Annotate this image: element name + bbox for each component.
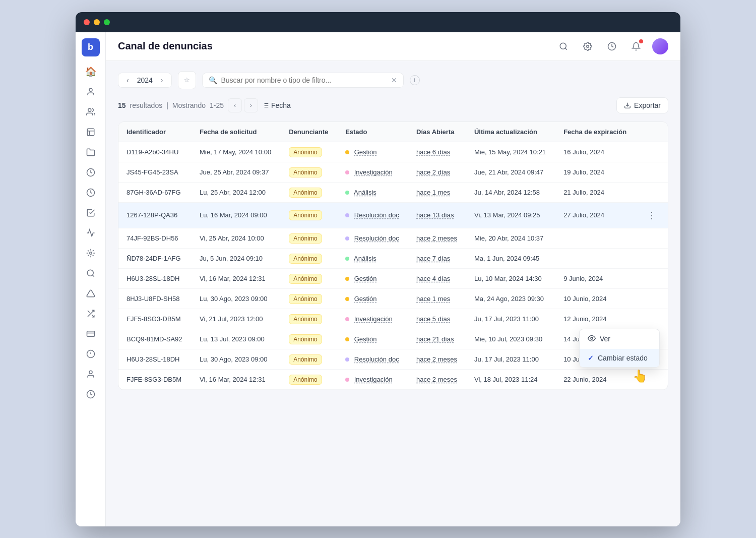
badge-anonimo: Anónimo bbox=[289, 354, 322, 365]
cell-denunciante: Anónimo bbox=[281, 228, 337, 248]
favorite-button[interactable]: ☆ bbox=[178, 71, 196, 89]
sidebar-item-users[interactable] bbox=[82, 103, 100, 121]
history-icon[interactable] bbox=[604, 38, 620, 54]
search-bar: 🔍 ✕ bbox=[202, 73, 404, 88]
cell-action bbox=[636, 268, 668, 288]
status-text: Gestión bbox=[354, 275, 377, 282]
sidebar-logo[interactable]: b bbox=[82, 38, 100, 56]
cell-fecha-solicitud: Lu, 13 Jul, 2023 09:00 bbox=[192, 329, 281, 349]
sidebar-item-warning[interactable] bbox=[82, 345, 100, 363]
cell-action bbox=[636, 309, 668, 329]
next-page-button[interactable]: › bbox=[244, 98, 258, 112]
cell-estado: Gestión bbox=[337, 329, 408, 349]
notifications-icon[interactable] bbox=[628, 38, 644, 54]
cell-denunciante: Anónimo bbox=[281, 329, 337, 349]
badge-anonimo: Anónimo bbox=[289, 210, 322, 220]
status-dot bbox=[345, 378, 349, 382]
sidebar-item-search[interactable] bbox=[82, 264, 100, 282]
table-header-row: Identificador Fecha de solicitud Denunci… bbox=[118, 122, 668, 142]
cell-id: H6U3-28SL-18DH bbox=[118, 349, 192, 369]
sidebar-item-sync[interactable] bbox=[82, 244, 100, 262]
cell-estado: Resolución doc bbox=[337, 202, 408, 228]
showing-label: Mostrando bbox=[172, 101, 206, 109]
search-icon[interactable] bbox=[555, 38, 572, 54]
sidebar-item-payment[interactable] bbox=[82, 325, 100, 343]
sidebar-item-history[interactable] bbox=[82, 385, 100, 403]
avatar[interactable] bbox=[652, 38, 668, 54]
status-dot bbox=[345, 357, 349, 362]
col-header-ultima-act: Última actualización bbox=[466, 122, 555, 142]
dias-text: hace 2 meses bbox=[416, 234, 457, 242]
close-dot[interactable] bbox=[84, 19, 90, 25]
cell-action: ⋮ bbox=[636, 202, 668, 228]
table-row[interactable]: JS45-FG45-23SA Jue, 25 Abr, 2024 09:37 A… bbox=[118, 162, 668, 182]
table-row[interactable]: 74JF-92BS-DH56 Vi, 25 Abr, 2024 10:00 An… bbox=[118, 228, 668, 248]
dias-text: hace 2 meses bbox=[416, 355, 457, 363]
page-title: Canal de denuncias bbox=[118, 40, 213, 52]
sidebar-item-triangle[interactable] bbox=[82, 284, 100, 303]
results-count: 15 bbox=[118, 101, 126, 109]
settings-icon[interactable] bbox=[580, 38, 596, 54]
cell-fecha-solicitud: Lu, 30 Ago, 2023 09:00 bbox=[192, 349, 281, 369]
sidebar-item-chart[interactable] bbox=[82, 224, 100, 242]
sidebar-item-transfer[interactable] bbox=[82, 305, 100, 323]
app-window: b 🏠 bbox=[76, 12, 680, 526]
sidebar-item-user[interactable] bbox=[82, 83, 100, 101]
cell-fecha-exp: 9 Junio, 2024 bbox=[555, 268, 636, 288]
table-row[interactable]: 1267-128P-QA36 Lu, 16 Mar, 2024 09:00 An… bbox=[118, 202, 668, 228]
context-menu-item-ver[interactable]: Ver bbox=[580, 329, 659, 349]
cell-ultima-act: Vi, 13 Mar, 2024 09:25 bbox=[466, 202, 555, 228]
svg-line-16 bbox=[565, 48, 566, 49]
export-button[interactable]: Exportar bbox=[616, 97, 668, 113]
status-dot bbox=[345, 277, 349, 281]
info-icon[interactable]: i bbox=[410, 75, 420, 85]
status-dot bbox=[345, 317, 349, 321]
sidebar-item-files[interactable] bbox=[82, 143, 100, 161]
cell-ultima-act: Ma, 1 Jun, 2024 09:45 bbox=[466, 248, 555, 268]
table-row[interactable]: D119-A2b0-34HU Mie, 17 May, 2024 10:00 A… bbox=[118, 142, 668, 162]
cell-estado: Resolución doc bbox=[337, 349, 408, 369]
cell-ultima-act: Ju, 17 Jul, 2023 11:00 bbox=[466, 349, 555, 369]
cell-estado: Investigación bbox=[337, 309, 408, 329]
year-next-button[interactable]: › bbox=[159, 76, 165, 84]
minimize-dot[interactable] bbox=[94, 19, 100, 25]
search-clear-icon[interactable]: ✕ bbox=[391, 76, 397, 84]
cell-fecha-solicitud: Mie, 17 May, 2024 10:00 bbox=[192, 142, 281, 162]
table-row[interactable]: FJF5-8SG3-DB5M Vi, 21 Jul, 2023 12:00 An… bbox=[118, 309, 668, 329]
table-row[interactable]: 87GH-36AD-67FG Lu, 25 Abr, 2024 12:00 An… bbox=[118, 182, 668, 202]
sidebar-item-clock2[interactable] bbox=[82, 184, 100, 202]
svg-point-6 bbox=[87, 270, 93, 276]
table-row[interactable]: FJFE-8SG3-DB5M Vi, 16 Mar, 2024 12:31 An… bbox=[118, 369, 668, 389]
cell-denunciante: Anónimo bbox=[281, 202, 337, 228]
sort-button[interactable]: Fecha bbox=[262, 101, 291, 109]
svg-point-15 bbox=[560, 43, 566, 49]
cell-denunciante: Anónimo bbox=[281, 162, 337, 182]
context-menu-ver-label: Ver bbox=[600, 335, 610, 343]
check-icon: ✓ bbox=[588, 354, 594, 362]
sidebar-item-check[interactable] bbox=[82, 204, 100, 222]
table-row[interactable]: 8HJ3-U8FD-SH58 Lu, 30 Ago, 2023 09:00 An… bbox=[118, 288, 668, 309]
dias-text: hace 21 días bbox=[416, 335, 454, 343]
cell-action bbox=[636, 142, 668, 162]
cell-id: BCQ9-81MD-SA92 bbox=[118, 329, 192, 349]
badge-anonimo: Anónimo bbox=[289, 274, 322, 284]
cell-fecha-exp: 21 Julio, 2024 bbox=[555, 182, 636, 202]
sidebar-item-profile[interactable] bbox=[82, 365, 100, 383]
table-row[interactable]: H6U3-28SL-18DH Vi, 16 Mar, 2024 12:31 An… bbox=[118, 268, 668, 288]
maximize-dot[interactable] bbox=[104, 19, 110, 25]
sidebar-item-clock1[interactable] bbox=[82, 163, 100, 182]
badge-anonimo: Anónimo bbox=[289, 147, 322, 157]
prev-page-button[interactable]: ‹ bbox=[228, 98, 242, 112]
search-input[interactable] bbox=[221, 76, 387, 84]
year-prev-button[interactable]: ‹ bbox=[124, 76, 131, 84]
sidebar-item-reports[interactable] bbox=[82, 123, 100, 141]
table-row[interactable]: ÑD78-24DF-1AFG Ju, 5 Jun, 2024 09:10 Anó… bbox=[118, 248, 668, 268]
context-menu-item-cambiar-estado[interactable]: ✓ Cambiar estado bbox=[580, 349, 659, 367]
col-header-estado: Estado bbox=[337, 122, 408, 142]
dias-text: hace 4 días bbox=[416, 275, 450, 282]
row-action-button[interactable]: ⋮ bbox=[644, 209, 659, 222]
sidebar-item-home[interactable]: 🏠 bbox=[82, 63, 100, 81]
cell-fecha-exp: 19 Julio, 2024 bbox=[555, 162, 636, 182]
status-dot bbox=[345, 297, 349, 301]
cell-id: FJFE-8SG3-DB5M bbox=[118, 369, 192, 389]
